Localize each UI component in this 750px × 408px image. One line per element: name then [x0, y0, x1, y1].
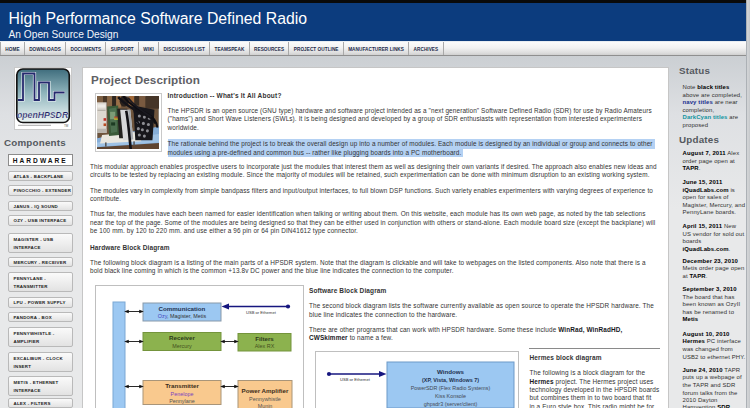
svg-text:Communication: Communication — [159, 305, 206, 312]
svg-text:Transmitter: Transmitter — [165, 382, 199, 389]
svg-text:Power Amplifier: Power Amplifier — [242, 387, 289, 394]
svg-text:USB or Ethernet: USB or Ethernet — [340, 377, 371, 382]
svg-text:Mercury: Mercury — [172, 342, 192, 348]
svg-text:Penelope: Penelope — [171, 391, 194, 397]
svg-text:openHPSDR: openHPSDR — [17, 110, 69, 120]
svg-text:ghpsdr3 (server/client): ghpsdr3 (server/client) — [423, 401, 477, 407]
svg-text:Munin: Munin — [258, 403, 273, 408]
svg-text:Kiss Konsole: Kiss Konsole — [434, 393, 465, 399]
svg-text:Pennywhistle: Pennywhistle — [249, 395, 281, 401]
svg-text:USB or Ethernet: USB or Ethernet — [246, 309, 277, 314]
svg-text:Windows: Windows — [436, 368, 464, 375]
svg-text:Filters: Filters — [255, 335, 274, 342]
svg-text:Alex RX: Alex RX — [255, 343, 275, 349]
svg-text:Ozy, Magister, Metis: Ozy, Magister, Metis — [158, 313, 207, 319]
svg-text:Receiver: Receiver — [169, 334, 195, 341]
svg-text:TM: TM — [64, 123, 69, 127]
svg-text:(XP, Vista, Windows 7): (XP, Vista, Windows 7) — [422, 377, 479, 383]
svg-text:Pennylane: Pennylane — [169, 398, 194, 404]
svg-text:PowerSDR (Flex Radio Systems): PowerSDR (Flex Radio Systems) — [410, 385, 490, 391]
